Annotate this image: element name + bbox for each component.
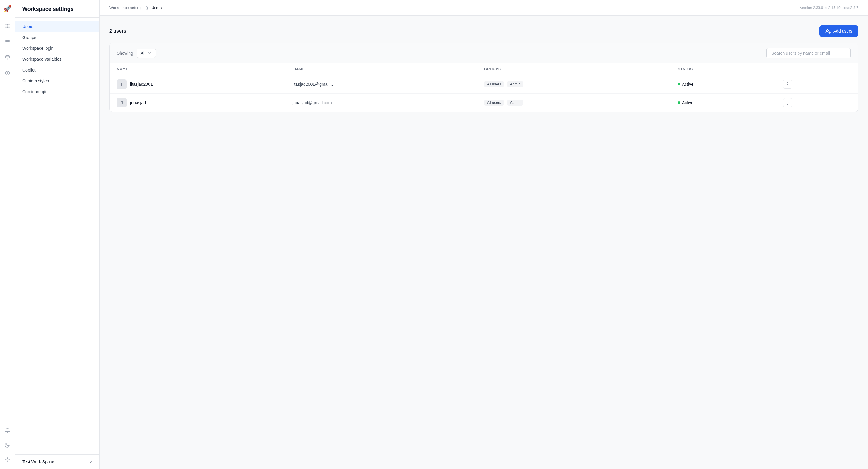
breadcrumb-chevron-icon: ❯ <box>146 6 149 10</box>
col-actions <box>776 63 858 75</box>
user-groups: All users Admin <box>477 75 671 94</box>
users-table: NAME EMAIL GROUPS STATUS I iitasjad2001 <box>110 63 858 112</box>
svg-point-2 <box>8 24 9 25</box>
svg-point-8 <box>8 27 9 28</box>
plugin-icon[interactable] <box>3 68 12 78</box>
col-groups: GROUPS <box>477 63 671 75</box>
user-actions-cell: ⋮ <box>776 94 858 112</box>
group-tag: All users <box>484 81 504 87</box>
sidebar-item-users[interactable]: Users <box>15 21 99 32</box>
group-tag: Admin <box>507 81 523 87</box>
sidebar-item-copilot[interactable]: Copilot <box>15 65 99 75</box>
group-tag: All users <box>484 100 504 106</box>
users-count: 2 users <box>109 28 126 34</box>
add-users-label: Add users <box>833 29 852 34</box>
breadcrumb-current: Users <box>151 5 162 10</box>
filter-select-value: All <box>141 51 146 56</box>
group-tag: Admin <box>507 100 523 106</box>
main-area: Workspace settings ❯ Users Version 2.33.… <box>100 0 868 469</box>
filter-select[interactable]: All <box>137 48 156 58</box>
add-users-button[interactable]: Add users <box>819 25 858 37</box>
table-body: I iitasjad2001 iitasjad2001@gmail... All… <box>110 75 858 112</box>
status-label: Active <box>682 100 693 105</box>
filter-left: Showing All <box>117 48 156 58</box>
sidebar-item-workspace-variables[interactable]: Workspace variables <box>15 54 99 65</box>
table-row: J jnuasjad jnuasjad@gmail.com All users … <box>110 94 858 112</box>
user-groups: All users Admin <box>477 94 671 112</box>
grid-icon[interactable] <box>3 21 12 31</box>
sidebar-nav: Users Groups Workspace login Workspace v… <box>15 18 99 454</box>
status-dot <box>678 101 680 104</box>
filter-chevron-icon <box>148 51 152 56</box>
svg-point-0 <box>5 24 6 25</box>
svg-rect-11 <box>5 42 10 43</box>
row-actions-button[interactable]: ⋮ <box>783 98 792 107</box>
bottom-icons <box>3 426 12 464</box>
filter-row: Showing All <box>110 43 858 63</box>
svg-point-7 <box>7 27 8 28</box>
svg-rect-10 <box>5 41 10 42</box>
user-avatar: I <box>117 79 127 89</box>
user-avatar: J <box>117 98 127 107</box>
bell-icon[interactable] <box>3 426 12 435</box>
col-status: STATUS <box>671 63 776 75</box>
svg-point-1 <box>7 24 8 25</box>
svg-point-5 <box>8 26 9 27</box>
settings-icon[interactable] <box>3 455 12 464</box>
workspace-name: Test Work Space <box>22 459 54 464</box>
add-users-icon <box>826 28 831 34</box>
col-name: NAME <box>110 63 285 75</box>
content-area: 2 users Add users Showing All <box>100 16 868 469</box>
user-name-cell: J jnuasjad <box>110 94 285 112</box>
users-card: Showing All <box>109 43 858 112</box>
sidebar-item-custom-styles[interactable]: Custom styles <box>15 75 99 86</box>
status-dot <box>678 83 680 86</box>
sidebar-item-configure-git[interactable]: Configure git <box>15 86 99 97</box>
sidebar: Workspace settings Users Groups Workspac… <box>15 0 100 469</box>
topbar: Workspace settings ❯ Users Version 2.33.… <box>100 0 868 16</box>
col-email: EMAIL <box>285 63 477 75</box>
users-header: 2 users Add users <box>109 25 858 37</box>
search-input[interactable] <box>766 48 851 58</box>
table-row: I iitasjad2001 iitasjad2001@gmail... All… <box>110 75 858 94</box>
user-email: jnuasjad@gmail.com <box>285 94 477 112</box>
user-name: jnuasjad <box>130 100 146 105</box>
version-label: Version 2.33.6-ee2.15.19-cloud2.3.7 <box>800 6 858 10</box>
stack-icon[interactable] <box>3 53 12 62</box>
svg-point-15 <box>7 459 8 460</box>
workspace-chevron-icon[interactable]: ∨ <box>89 459 92 464</box>
svg-rect-9 <box>5 40 10 41</box>
list-icon[interactable] <box>3 37 12 46</box>
svg-point-3 <box>5 26 6 27</box>
svg-point-4 <box>7 26 8 27</box>
sidebar-footer: Test Work Space ∨ <box>15 454 99 469</box>
row-actions-button[interactable]: ⋮ <box>783 80 792 89</box>
svg-point-6 <box>5 27 6 28</box>
user-status: Active <box>671 75 776 94</box>
svg-point-14 <box>7 72 8 74</box>
user-actions-cell: ⋮ <box>776 75 858 94</box>
status-label: Active <box>682 82 693 87</box>
app-logo[interactable]: 🚀 <box>3 5 11 13</box>
search-wrapper <box>766 48 851 58</box>
moon-icon[interactable] <box>3 440 12 450</box>
user-name-cell: I iitasjad2001 <box>110 75 285 94</box>
user-email: iitasjad2001@gmail... <box>285 75 477 94</box>
user-status: Active <box>671 94 776 112</box>
sidebar-item-workspace-login[interactable]: Workspace login <box>15 43 99 54</box>
sidebar-item-groups[interactable]: Groups <box>15 32 99 43</box>
breadcrumb: Workspace settings ❯ Users <box>109 5 162 10</box>
showing-label: Showing <box>117 51 133 56</box>
icon-rail: 🚀 <box>0 0 15 469</box>
sidebar-title: Workspace settings <box>15 0 99 18</box>
user-name: iitasjad2001 <box>130 82 153 87</box>
breadcrumb-parent[interactable]: Workspace settings <box>109 5 144 10</box>
table-header: NAME EMAIL GROUPS STATUS <box>110 63 858 75</box>
svg-point-12 <box>5 56 10 57</box>
